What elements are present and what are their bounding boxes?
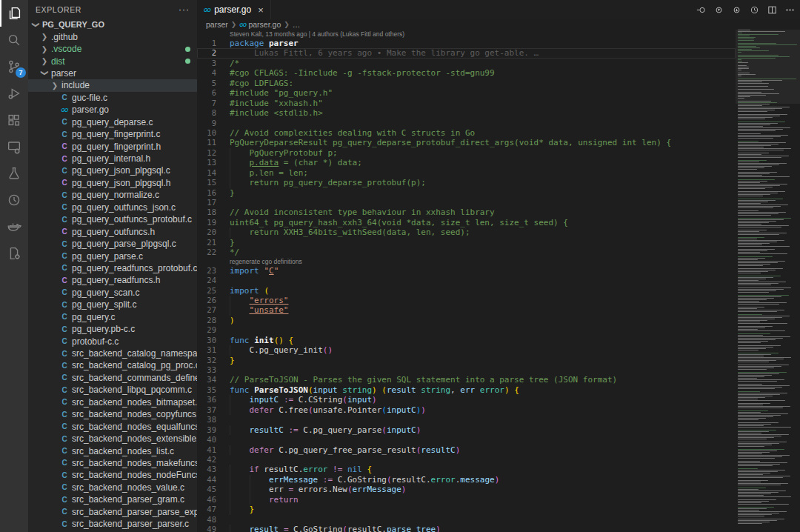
open-changes-icon[interactable] [695,4,707,16]
tree-item-pg-query-json-plpgsql-h[interactable]: Cpg_query_json_plpgsql.h [28,177,197,189]
codelens-regenerate-cgo[interactable]: regenerate cgo definitions [197,258,736,266]
code-line-28[interactable]: 28) [197,316,736,325]
tree-item-pg-query-internal-h[interactable]: Cpg_query_internal.h [28,153,197,164]
tree-item-src-backend-catalog-pg-proc-c[interactable]: Csrc_backend_catalog_pg_proc.c [28,359,197,371]
code-line-17[interactable]: 17 [197,198,736,207]
tree-item-pg-query-parse-plpgsql-c[interactable]: Cpg_query_parse_plpgsql.c [28,238,197,250]
explorer-icon[interactable] [0,0,28,27]
tree-item-pg-query-outfuncs-json-c[interactable]: Cpg_query_outfuncs_json.c [28,202,197,213]
tree-item-pg-query-scan-c[interactable]: Cpg_query_scan.c [28,287,197,299]
previous-change-icon[interactable] [713,4,724,16]
remote-explorer-icon[interactable] [0,133,28,160]
code-line-35[interactable]: 35func ParseToJSON(input string) (result… [197,385,736,395]
tree-item-src-backend-parser-gram-c[interactable]: Csrc_backend_parser_gram.c [28,493,197,505]
gitlens-icon[interactable] [0,187,28,213]
more-actions-icon[interactable] [784,4,796,16]
tree-item-src-backend-nodes-equalfuncs-c[interactable]: Csrc_backend_nodes_equalfuncs.c [28,420,197,432]
code-line-5[interactable]: 5#cgo LDFLAGS: [197,79,736,88]
tree-root-pg-query-go[interactable]: ❯PG_QUERY_GO [28,19,197,30]
code-line-46[interactable]: 46 return [197,495,736,505]
code-line-25[interactable]: 25import ( [197,286,736,296]
tree-item-parser[interactable]: ❯parser [28,67,197,79]
tree-item-src-backend-parser-parse-expr-c[interactable]: Csrc_backend_parser_parse_expr.c [28,506,197,518]
code-line-34[interactable]: 34// ParseToJSON - Parses the given SQL … [197,375,736,385]
code-line-32[interactable]: 32} [197,356,736,365]
run-debug-icon[interactable] [0,80,28,107]
tree-item-pg-query-parse-c[interactable]: Cpg_query_parse.c [28,250,197,262]
code-editor[interactable]: Steven Kalt, 13 months ago | 4 authors (… [197,30,736,532]
code-line-3[interactable]: 3/* [197,59,736,68]
code-line-12[interactable]: 12 PgQueryProtobuf p; [197,148,736,158]
tree-item-pg-query-deparse-c[interactable]: Cpg_query_deparse.c [28,116,197,128]
code-line-33[interactable]: 33 [197,365,736,375]
code-line-44[interactable]: 44 errMessage := C.GoString(resultC.erro… [197,475,736,485]
search-icon[interactable] [0,27,28,53]
minimap[interactable] [736,30,800,532]
code-line-15[interactable]: 15 return pg_query_deparse_protobuf(p); [197,178,736,187]
code-line-18[interactable]: 18// Avoid inconsistent type behaviour i… [197,207,736,217]
close-tab-icon[interactable]: × [258,4,264,16]
tree-item-pg-query-fingerprint-c[interactable]: Cpg_query_fingerprint.c [28,128,197,140]
code-line-45[interactable]: 45 err = errors.New(errMessage) [197,485,736,494]
code-line-43[interactable]: 43 if resultC.error != nil { [197,465,736,474]
code-line-16[interactable]: 16} [197,188,736,198]
file-history-icon[interactable] [748,4,760,16]
code-line-26[interactable]: 26 "errors" [197,296,736,305]
code-line-31[interactable]: 31 C.pg_query_init() [197,345,736,355]
code-line-9[interactable]: 9 [197,119,736,128]
explorer-more-actions[interactable]: ··· [179,4,190,15]
code-line-30[interactable]: 30func init() { [197,336,736,345]
code-line-39[interactable]: 39 resultC := C.pg_query_parse(inputC) [197,425,736,435]
code-line-36[interactable]: 36 inputC := C.CString(input) [197,395,736,405]
code-line-48[interactable]: 48 [197,515,736,525]
code-line-37[interactable]: 37 defer C.free(unsafe.Pointer(inputC)) [197,405,736,415]
tree-item-pg-query-c[interactable]: Cpg_query.c [28,311,197,323]
docker-icon[interactable] [0,213,28,240]
tree-item-src-backend-nodes-bitmapset-c[interactable]: Csrc_backend_nodes_bitmapset.c [28,396,197,408]
code-line-13[interactable]: 13 p.data = (char *) data; [197,158,736,167]
tree-item-pg-query-readfuncs-protobuf-c[interactable]: Cpg_query_readfuncs_protobuf.c [28,262,197,274]
code-line-23[interactable]: 23import "C" [197,266,736,276]
code-line-19[interactable]: 19uint64_t pg_query_hash_xxh3_64(void *d… [197,218,736,227]
tree-item--vscode[interactable]: ❯.vscode [28,43,197,55]
code-line-21[interactable]: 21} [197,238,736,247]
tree-item-pg-query-outfuncs-protobuf-c[interactable]: Cpg_query_outfuncs_protobuf.c [28,213,197,225]
tree-item-guc-file-c[interactable]: Cguc-file.c [28,92,197,104]
code-line-20[interactable]: 20 return XXH3_64bits_withSeed(data, len… [197,227,736,237]
code-line-4[interactable]: 4#cgo CFLAGS: -Iinclude -g -fstack-prote… [197,68,736,78]
tree-item-src-backend-nodes-value-c[interactable]: Csrc_backend_nodes_value.c [28,482,197,493]
next-change-icon[interactable] [730,4,742,16]
tree-item-pg-query-json-plpgsql-c[interactable]: Cpg_query_json_plpgsql.c [28,164,197,176]
code-line-29[interactable]: 29 [197,325,736,335]
code-line-2[interactable]: 2 Lukas Fittl, 6 years ago • Make the li… [197,48,736,58]
breadcrumb-item-parser-go[interactable]: GOparser.go [239,20,281,29]
code-line-24[interactable]: 24 [197,276,736,285]
tree-item-src-backend-catalog-namespace-c[interactable]: Csrc_backend_catalog_namespace.c [28,348,197,359]
tree-item-src-backend-commands-define-c[interactable]: Csrc_backend_commands_define.c [28,372,197,384]
tree-item-pg-query-readfuncs-h[interactable]: Cpg_query_readfuncs.h [28,274,197,286]
split-editor-icon[interactable] [766,4,778,16]
tree-item-dist[interactable]: ❯dist [28,55,197,67]
tree-item-src-backend-nodes-nodefuncs-c[interactable]: Csrc_backend_nodes_nodeFuncs.c [28,469,197,481]
tree-item-src-backend-nodes-makefuncs-c[interactable]: Csrc_backend_nodes_makefuncs.c [28,457,197,469]
minimap-viewport-slider[interactable] [736,30,800,104]
tree-item-src-backend-libpq-pqcomm-c[interactable]: Csrc_backend_libpq_pqcomm.c [28,384,197,396]
tree-item--github[interactable]: ❯.github [28,30,197,42]
tab-parser-go[interactable]: GO parser.go × [197,0,271,19]
breadcrumb-item--[interactable]: … [293,20,301,29]
code-line-10[interactable]: 10// Avoid complexities dealing with C s… [197,128,736,138]
code-line-6[interactable]: 6#include "pg_query.h" [197,88,736,98]
code-line-49[interactable]: 49 result = C.GoString(resultC.parse_tre… [197,525,736,532]
code-line-1[interactable]: 1package parser [197,39,736,48]
tree-item-protobuf-c-c[interactable]: Cprotobuf-c.c [28,335,197,347]
code-line-22[interactable]: 22*/ [197,247,736,257]
code-line-38[interactable]: 38 [197,415,736,425]
extensions-icon[interactable] [0,107,28,133]
tree-item-pg-query-split-c[interactable]: Cpg_query_split.c [28,299,197,310]
tree-item-pg-query-fingerprint-h[interactable]: Cpg_query_fingerprint.h [28,140,197,152]
tree-item-include[interactable]: ❯include [28,79,197,91]
code-line-42[interactable]: 42 [197,455,736,465]
tree-item-parser-go[interactable]: GOparser.go [28,104,197,116]
tree-item-src-backend-nodes-list-c[interactable]: Csrc_backend_nodes_list.c [28,445,197,456]
tree-item-src-backend-nodes-copyfuncs-c[interactable]: Csrc_backend_nodes_copyfuncs.c [28,408,197,420]
